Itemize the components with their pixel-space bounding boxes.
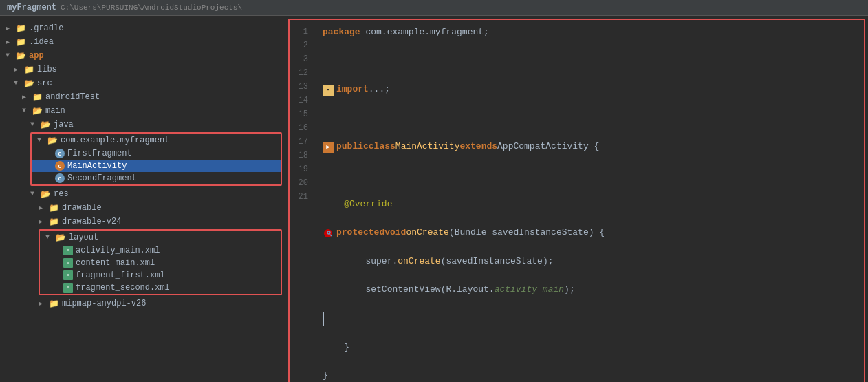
line-number: 20 — [292, 177, 308, 191]
code-content[interactable]: package com.example.myfragment; -import … — [314, 20, 864, 382]
sidebar-item-fragment-first-xml[interactable]: ≡ fragment_first.xml — [40, 269, 281, 282]
line-number: 17 — [292, 136, 308, 149]
sidebar-item-app[interactable]: app — [0, 49, 285, 63]
arrow-icon — [45, 174, 54, 182]
sidebar-item-label: drawable-v24 — [62, 217, 282, 226]
folder-icon — [23, 64, 34, 75]
sidebar-item-drawable-v24[interactable]: drawable-v24 — [0, 215, 285, 229]
sidebar-item-libs[interactable]: libs — [0, 63, 285, 76]
sidebar-item-label: .idea — [29, 37, 282, 47]
code-line-21: } — [323, 369, 856, 382]
sidebar-item-label: src — [37, 78, 282, 88]
arrow-icon — [39, 204, 47, 212]
editor-inner: 1 2 3 12 13 14 15 16 17 18 19 20 21 pack… — [288, 19, 865, 382]
arrow-icon — [54, 259, 62, 267]
arrow-icon — [37, 136, 45, 145]
folder-icon — [32, 92, 43, 103]
folder-open-icon — [23, 78, 34, 89]
code-line-2 — [323, 54, 856, 69]
sidebar-item-label: res — [54, 189, 282, 199]
code-line-20: } — [323, 341, 856, 355]
arrow-icon — [22, 107, 30, 115]
line-number: 15 — [292, 108, 308, 122]
line-number: 13 — [292, 81, 308, 94]
arrow-icon — [6, 52, 14, 60]
code-editor[interactable]: 1 2 3 12 13 14 15 16 17 18 19 20 21 pack… — [285, 16, 868, 382]
sidebar-item-mipmap[interactable]: mipmap-anydpi-v26 — [0, 297, 285, 310]
line-number: 3 — [292, 53, 308, 67]
code-line-3: -import ...; — [323, 83, 856, 97]
sidebar-item-label: libs — [37, 65, 282, 74]
sidebar-item-first-fragment[interactable]: C FirstFragment — [32, 147, 281, 160]
sidebar-item-src[interactable]: src — [0, 76, 285, 90]
code-line-15: @Override — [323, 198, 856, 212]
class-icon: C — [55, 161, 65, 171]
sidebar-item-content-main-xml[interactable]: ≡ content_main.xml — [40, 257, 281, 269]
run-gutter-icon[interactable]: ▶ — [323, 142, 334, 153]
line-number: 21 — [292, 191, 308, 204]
sidebar-item-label: content_main.xml — [76, 258, 278, 268]
arrow-icon — [22, 93, 30, 101]
sidebar-item-second-fragment[interactable]: C SecondFragment — [32, 172, 281, 184]
sidebar-item-label: layout — [69, 233, 278, 242]
line-number: 19 — [292, 163, 308, 177]
folder-open-icon — [47, 135, 58, 146]
arrow-icon — [14, 79, 22, 87]
code-line-1: package com.example.myfragment; — [323, 25, 856, 40]
code-line-14 — [323, 169, 856, 183]
arrow-icon — [54, 271, 62, 279]
sidebar-item-label: androidTest — [45, 92, 282, 102]
project-name: myFragment — [7, 3, 56, 12]
sidebar-item-android-test[interactable]: androidTest — [0, 90, 285, 104]
sidebar-item-main-activity[interactable]: C MainActivity — [32, 160, 281, 172]
line-number: 18 — [292, 149, 308, 163]
sidebar-item-drawable[interactable]: drawable — [0, 201, 285, 215]
arrow-icon — [14, 65, 22, 74]
arrow-icon — [30, 120, 39, 129]
code-line-12 — [323, 112, 856, 126]
arrow-icon — [45, 149, 54, 158]
folder-icon — [48, 298, 59, 309]
sidebar-item-label: fragment_second.xml — [76, 283, 278, 293]
title-bar: myFragment C:\Users\PURSUING\AndroidStud… — [0, 0, 868, 16]
sidebar-item-label: java — [54, 120, 282, 129]
sidebar-item-java[interactable]: java — [0, 118, 285, 131]
layout-highlight-box: layout ≡ activity_main.xml ≡ content_mai… — [39, 229, 282, 295]
code-line-16: protected void onCreate(Bundle savedInst… — [323, 226, 856, 240]
sidebar-item-activity-main-xml[interactable]: ≡ activity_main.xml — [40, 244, 281, 257]
folder-open-icon — [55, 232, 66, 243]
layout-file-icon: ≡ — [63, 258, 73, 268]
package-highlight-box: com.example.myfragment C FirstFragment C… — [30, 132, 282, 186]
folder-open-icon — [32, 105, 43, 116]
folder-icon — [15, 36, 26, 47]
arrow-icon — [54, 246, 62, 255]
sidebar-item-res[interactable]: res — [0, 187, 285, 201]
folder-icon — [15, 23, 26, 34]
sidebar-item-layout-folder[interactable]: layout — [40, 231, 281, 244]
sidebar-item-package[interactable]: com.example.myfragment — [32, 134, 281, 147]
arrow-icon — [6, 24, 14, 32]
sidebar-item-idea[interactable]: .idea — [0, 35, 285, 49]
folder-open-icon — [40, 189, 51, 200]
sidebar-item-main[interactable]: main — [0, 104, 285, 118]
folder-icon — [48, 216, 59, 227]
sidebar-item-label: MainActivity — [67, 161, 278, 171]
arrow-icon — [45, 162, 54, 170]
sidebar-item-label: SecondFragment — [67, 173, 278, 183]
arrow-icon — [45, 233, 54, 242]
line-number: 16 — [292, 122, 308, 136]
line-number: 12 — [292, 67, 308, 81]
sidebar-item-label: app — [29, 51, 282, 61]
main-layout: .gradle .idea app libs — [0, 16, 868, 382]
layout-file-icon: ≡ — [63, 283, 73, 293]
folder-open-icon — [15, 50, 26, 61]
sidebar-item-gradle[interactable]: .gradle — [0, 21, 285, 35]
sidebar-item-label: FirstFragment — [67, 149, 278, 158]
arrow-icon — [54, 284, 62, 292]
sidebar-item-fragment-second-xml[interactable]: ≡ fragment_second.xml — [40, 282, 281, 294]
line-numbers: 1 2 3 12 13 14 15 16 17 18 19 20 21 — [290, 20, 314, 382]
project-path: C:\Users\PURSUING\AndroidStudioProjects\ — [61, 3, 242, 12]
line-number: 14 — [292, 94, 308, 108]
code-line-19 — [323, 312, 856, 326]
class-icon: C — [55, 173, 65, 183]
